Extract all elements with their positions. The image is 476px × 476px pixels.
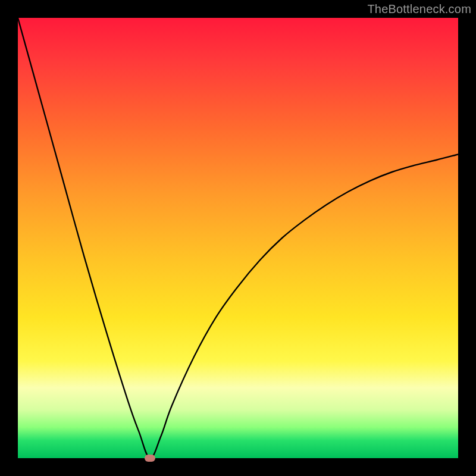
chart-frame: TheBottleneck.com [0, 0, 476, 476]
optimum-marker [145, 455, 155, 462]
bottleneck-curve [18, 18, 458, 458]
watermark-text: TheBottleneck.com [367, 2, 471, 16]
curve-path [18, 18, 458, 458]
plot-area [18, 18, 458, 458]
